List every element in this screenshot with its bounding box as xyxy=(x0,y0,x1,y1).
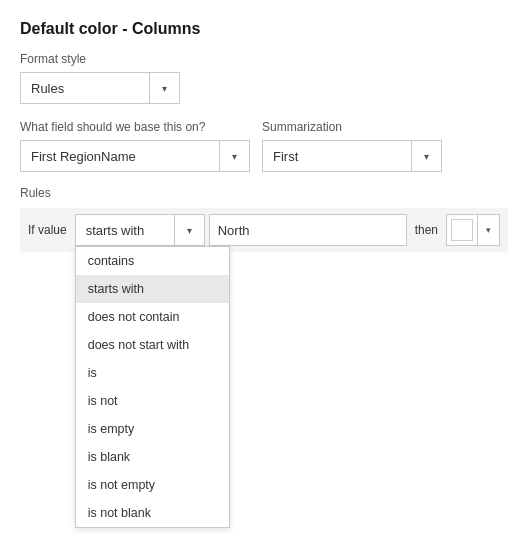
color-chevron-icon[interactable]: ▾ xyxy=(477,215,499,245)
condition-value: starts with xyxy=(76,223,174,238)
color-swatch xyxy=(451,219,473,241)
summarization-dropdown[interactable]: First ▾ xyxy=(262,140,442,172)
field-value: First RegionName xyxy=(21,149,219,164)
condition-wrapper: starts with ▾ containsstarts withdoes no… xyxy=(75,214,205,246)
dropdown-menu-item[interactable]: contains xyxy=(76,247,229,275)
format-style-dropdown[interactable]: Rules ▾ xyxy=(20,72,180,104)
condition-dropdown-menu: containsstarts withdoes not containdoes … xyxy=(75,246,230,528)
format-style-chevron-icon: ▾ xyxy=(149,73,179,103)
summarization-chevron-icon: ▾ xyxy=(411,141,441,171)
field-chevron-icon: ▾ xyxy=(219,141,249,171)
rule-row: If value starts with ▾ containsstarts wi… xyxy=(20,208,508,252)
dropdown-menu-item[interactable]: is empty xyxy=(76,415,229,443)
dropdown-menu-item[interactable]: does not contain xyxy=(76,303,229,331)
format-style-label: Format style xyxy=(20,52,508,66)
condition-dropdown[interactable]: starts with ▾ xyxy=(75,214,205,246)
rules-label: Rules xyxy=(20,186,508,200)
condition-chevron-icon: ▾ xyxy=(174,215,204,245)
dropdown-menu-item[interactable]: is not xyxy=(76,387,229,415)
dropdown-menu-item[interactable]: is xyxy=(76,359,229,387)
if-value-label: If value xyxy=(28,223,67,237)
dropdown-menu-item[interactable]: is not empty xyxy=(76,471,229,499)
field-dropdown[interactable]: First RegionName ▾ xyxy=(20,140,250,172)
page-title: Default color - Columns xyxy=(20,20,508,38)
dropdown-menu-item[interactable]: is blank xyxy=(76,443,229,471)
field-label: What field should we base this on? xyxy=(20,120,250,134)
format-style-value: Rules xyxy=(21,81,149,96)
dropdown-menu-item[interactable]: is not blank xyxy=(76,499,229,527)
summarization-value: First xyxy=(263,149,411,164)
then-label: then xyxy=(415,223,438,237)
summarization-label: Summarization xyxy=(262,120,442,134)
rule-value-input[interactable] xyxy=(209,214,407,246)
dropdown-menu-item[interactable]: starts with xyxy=(76,275,229,303)
color-picker[interactable]: ▾ xyxy=(446,214,500,246)
dropdown-menu-item[interactable]: does not start with xyxy=(76,331,229,359)
